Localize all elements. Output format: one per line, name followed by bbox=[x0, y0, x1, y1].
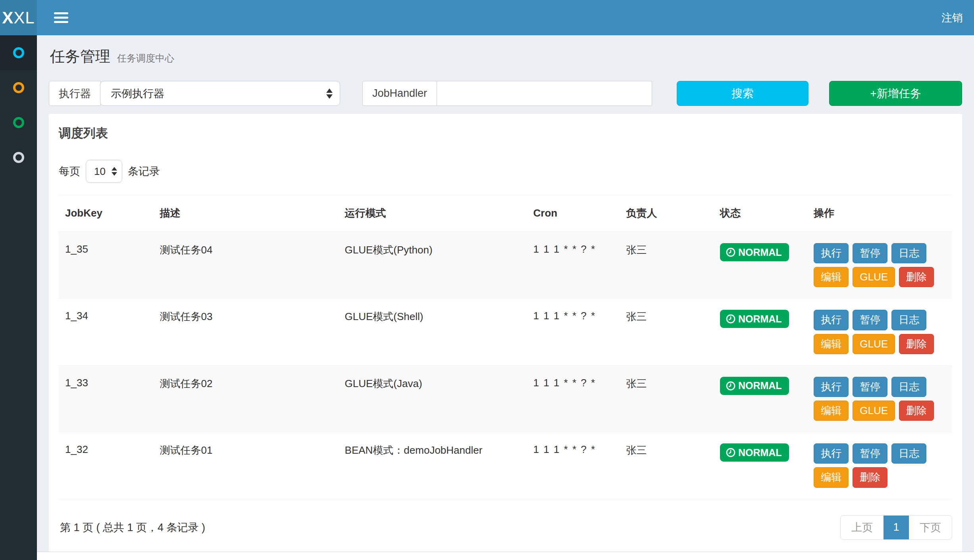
action-button-删除[interactable]: 删除 bbox=[899, 267, 934, 287]
column-header: Cron bbox=[527, 195, 620, 232]
logout-link[interactable]: 注销 bbox=[941, 11, 963, 25]
column-header: 描述 bbox=[154, 195, 339, 232]
sidebar-item-job-log[interactable] bbox=[0, 70, 37, 105]
status-badge: NORMAL bbox=[720, 243, 789, 261]
cron-cell: 1 1 1 * * ? * bbox=[527, 365, 620, 432]
action-button-执行[interactable]: 执行 bbox=[814, 377, 849, 397]
actions-cell: 执行暂停日志编辑GLUE删除 bbox=[807, 365, 952, 432]
desc-cell: 测试任务01 bbox=[154, 432, 339, 499]
executor-label: 执行器 bbox=[49, 81, 101, 106]
action-button-删除[interactable]: 删除 bbox=[899, 401, 934, 421]
actions-cell: 执行暂停日志编辑GLUE删除 bbox=[807, 232, 952, 299]
search-button[interactable]: 搜索 bbox=[677, 81, 808, 106]
status-cell: NORMAL bbox=[714, 365, 807, 432]
prev-page-button[interactable]: 上页 bbox=[841, 516, 884, 539]
logo-text-bold: X bbox=[2, 8, 13, 27]
column-header: 运行模式 bbox=[339, 195, 527, 232]
desc-cell: 测试任务03 bbox=[154, 299, 339, 365]
action-button-编辑[interactable]: 编辑 bbox=[814, 467, 849, 487]
jobhandler-label: JobHandler bbox=[362, 81, 437, 106]
status-cell: NORMAL bbox=[714, 432, 807, 499]
jobhandler-filter-group: JobHandler bbox=[362, 81, 652, 106]
circle-icon bbox=[13, 152, 24, 163]
action-button-glue[interactable]: GLUE bbox=[853, 401, 895, 421]
next-page-button[interactable]: 下页 bbox=[909, 516, 952, 539]
status-badge: NORMAL bbox=[720, 377, 789, 395]
actions-cell: 执行暂停日志编辑删除 bbox=[807, 432, 952, 499]
pagination-info: 第 1 页 ( 总共 1 页，4 条记录 ) bbox=[59, 520, 205, 535]
action-button-编辑[interactable]: 编辑 bbox=[814, 334, 849, 354]
executor-select-value: 示例执行器 bbox=[111, 86, 164, 101]
circle-icon bbox=[13, 82, 24, 93]
page-size-select[interactable]: 10 bbox=[86, 160, 122, 183]
action-button-编辑[interactable]: 编辑 bbox=[814, 267, 849, 287]
action-button-暂停[interactable]: 暂停 bbox=[853, 243, 887, 263]
schedule-list-panel: 调度列表 每页 10 条记录 Job bbox=[49, 114, 962, 552]
mode-cell: GLUE模式(Shell) bbox=[339, 299, 527, 365]
page-footer: Powered by XXL-JOB 1.7 Copyright © 2015-… bbox=[37, 552, 974, 560]
table-row: 1_32测试任务01BEAN模式：demoJobHandler1 1 1 * *… bbox=[59, 432, 952, 499]
filter-toolbar: 执行器 示例执行器 JobHandler 搜索 +新增任务 bbox=[49, 81, 962, 106]
content-header: 任务管理 任务调度中心 bbox=[49, 35, 962, 67]
add-job-button[interactable]: +新增任务 bbox=[829, 81, 962, 106]
table-footer: 第 1 页 ( 总共 1 页，4 条记录 ) 上页 1 下页 bbox=[59, 515, 952, 540]
action-button-执行[interactable]: 执行 bbox=[814, 243, 849, 263]
action-button-删除[interactable]: 删除 bbox=[853, 467, 887, 487]
action-button-glue[interactable]: GLUE bbox=[853, 334, 895, 354]
sidebar-item-help[interactable] bbox=[0, 140, 37, 175]
action-button-编辑[interactable]: 编辑 bbox=[814, 401, 849, 421]
jobkey-cell: 1_33 bbox=[59, 365, 154, 432]
logo-text-rest: XL bbox=[13, 8, 35, 27]
action-button-日志[interactable]: 日志 bbox=[891, 310, 926, 330]
action-button-日志[interactable]: 日志 bbox=[891, 243, 926, 263]
cron-cell: 1 1 1 * * ? * bbox=[527, 299, 620, 365]
action-button-暂停[interactable]: 暂停 bbox=[853, 310, 887, 330]
column-header: 负责人 bbox=[620, 195, 714, 232]
status-label: NORMAL bbox=[738, 381, 782, 391]
jobhandler-input[interactable] bbox=[437, 81, 652, 106]
select-arrows-icon bbox=[326, 88, 333, 99]
table-row: 1_34测试任务03GLUE模式(Shell)1 1 1 * * ? *张三NO… bbox=[59, 299, 952, 365]
left-sidebar bbox=[0, 35, 37, 560]
action-button-执行[interactable]: 执行 bbox=[814, 310, 849, 330]
mode-cell: BEAN模式：demoJobHandler bbox=[339, 432, 527, 499]
app-logo[interactable]: XXL bbox=[0, 0, 37, 35]
table-row: 1_35测试任务04GLUE模式(Python)1 1 1 * * ? *张三N… bbox=[59, 232, 952, 299]
clock-icon bbox=[726, 314, 736, 324]
page-size-value: 10 bbox=[94, 165, 106, 178]
circle-icon bbox=[13, 47, 24, 58]
owner-cell: 张三 bbox=[620, 432, 714, 499]
pagination-control: 上页 1 下页 bbox=[840, 515, 952, 540]
clock-icon bbox=[726, 247, 736, 257]
actions-cell: 执行暂停日志编辑GLUE删除 bbox=[807, 299, 952, 365]
owner-cell: 张三 bbox=[620, 232, 714, 299]
owner-cell: 张三 bbox=[620, 365, 714, 432]
action-button-glue[interactable]: GLUE bbox=[853, 267, 895, 287]
mode-cell: GLUE模式(Python) bbox=[339, 232, 527, 299]
status-label: NORMAL bbox=[738, 448, 782, 458]
column-header: JobKey bbox=[59, 195, 154, 232]
jobkey-cell: 1_32 bbox=[59, 432, 154, 499]
jobs-table: JobKey描述运行模式Cron负责人状态操作 1_35测试任务04GLUE模式… bbox=[59, 195, 952, 499]
action-button-执行[interactable]: 执行 bbox=[814, 443, 849, 464]
status-badge: NORMAL bbox=[720, 310, 789, 328]
action-button-日志[interactable]: 日志 bbox=[891, 377, 926, 397]
column-header: 操作 bbox=[807, 195, 952, 232]
desc-cell: 测试任务04 bbox=[154, 232, 339, 299]
jobkey-cell: 1_35 bbox=[59, 232, 154, 299]
clock-icon bbox=[726, 447, 736, 458]
action-button-暂停[interactable]: 暂停 bbox=[853, 443, 887, 464]
sidebar-toggle-icon[interactable] bbox=[50, 6, 72, 29]
sidebar-item-job-manage[interactable] bbox=[0, 35, 37, 70]
top-navbar: XXL 注销 bbox=[0, 0, 974, 35]
sidebar-item-executor-manage[interactable] bbox=[0, 105, 37, 140]
executor-select[interactable]: 示例执行器 bbox=[100, 81, 340, 106]
circle-icon bbox=[13, 117, 24, 128]
executor-filter-group: 执行器 示例执行器 bbox=[49, 81, 341, 106]
action-button-删除[interactable]: 删除 bbox=[899, 334, 934, 354]
current-page-button[interactable]: 1 bbox=[884, 516, 909, 539]
action-button-日志[interactable]: 日志 bbox=[891, 443, 926, 464]
status-cell: NORMAL bbox=[714, 299, 807, 365]
action-button-暂停[interactable]: 暂停 bbox=[853, 377, 887, 397]
app-window: XXL 注销 任务管理 任务调度中心 执行器 示例执行器 bbox=[0, 0, 974, 560]
